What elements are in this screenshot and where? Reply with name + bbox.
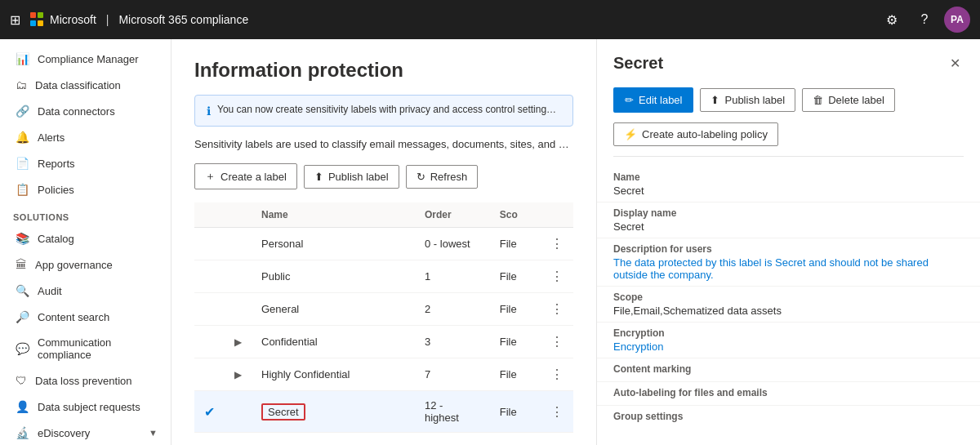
row-order-confidential: 3: [415, 326, 490, 358]
main-content: Information protection ℹ You can now cre…: [172, 39, 596, 445]
auto-label-icon: ⚡: [624, 128, 637, 140]
topbar-icons: ⚙ ? PA: [879, 7, 970, 33]
refresh-icon: ↻: [416, 171, 425, 183]
col-name: Name: [252, 202, 415, 228]
panel-field-name: Name Secret: [597, 167, 980, 202]
info-icon: ℹ: [207, 105, 211, 118]
content-area: Information protection ℹ You can now cre…: [172, 39, 980, 445]
table-row-secret[interactable]: ✔ Secret 12 - highest File ⋮: [194, 391, 573, 433]
microsoft-logo: Microsoft: [30, 12, 96, 27]
page-title: Information protection: [194, 59, 573, 82]
sidebar-item-alerts[interactable]: 🔔 Alerts: [0, 124, 171, 150]
sidebar-item-ediscovery[interactable]: 🔬 eDiscovery ▼: [0, 420, 171, 445]
panel-field-content-marking: Content marking: [597, 358, 980, 382]
sidebar-item-catalog[interactable]: 📚 Catalog: [0, 225, 171, 251]
panel-field-scope: Scope File,Email,Schematized data assets: [597, 287, 980, 323]
panel-publish-label-button[interactable]: ⬆ Publish label: [700, 88, 795, 112]
right-panel: Secret ✕ ✏ Edit label ⬆ Publish label 🗑 …: [596, 39, 980, 445]
row-more-icon[interactable]: ⋮: [550, 405, 564, 419]
panel-actions: ✏ Edit label ⬆ Publish label 🗑 Delete la…: [597, 81, 980, 122]
row-score-confidential: File: [490, 326, 541, 358]
publish-icon: ⬆: [710, 94, 719, 106]
row-name-general: General: [252, 293, 415, 326]
table-row[interactable]: ▶ Highly Confidential 7 File ⋮: [194, 358, 573, 391]
row-order-public: 1: [415, 260, 490, 293]
row-order-personal: 0 - lowest: [415, 228, 490, 260]
row-score-general: File: [490, 293, 541, 326]
sidebar-item-reports[interactable]: 📄 Reports: [0, 150, 171, 176]
panel-field-group-settings: Group settings: [597, 406, 980, 429]
sidebar: 📊 Compliance Manager 🗂 Data classificati…: [0, 39, 172, 445]
plus-icon: ＋: [205, 169, 216, 184]
info-banner: ℹ You can now create sensitivity labels …: [194, 95, 573, 127]
ediscovery-icon: 🔬: [16, 426, 29, 439]
row-order-secret: 12 - highest: [415, 391, 490, 433]
table-header-row: Name Order Sco: [194, 202, 573, 228]
publish-label-button[interactable]: ⬆ Publish label: [304, 165, 399, 189]
logo-squares: [30, 12, 45, 27]
app-governance-icon: 🏛: [16, 258, 27, 271]
row-more-icon[interactable]: ⋮: [550, 335, 564, 349]
row-score-public: File: [490, 260, 541, 293]
row-more-icon[interactable]: ⋮: [550, 237, 564, 251]
panel-field-description: Description for users The data protected…: [597, 238, 980, 287]
row-order-highly-confidential: 7: [415, 358, 490, 391]
row-more-icon[interactable]: ⋮: [550, 367, 564, 381]
sidebar-item-data-loss-prevention[interactable]: 🛡 Data loss prevention: [0, 367, 171, 394]
description-text: Sensitivity labels are used to classify …: [194, 138, 573, 150]
panel-field-display-name: Display name Secret: [597, 202, 980, 238]
reports-icon: 📄: [16, 157, 29, 170]
chevron-down-icon: ▼: [149, 428, 158, 438]
row-name-highly-confidential: Highly Confidential: [252, 358, 415, 391]
policies-icon: 📋: [16, 183, 29, 196]
col-more: [541, 202, 573, 228]
sidebar-item-content-search[interactable]: 🔎 Content search: [0, 304, 171, 330]
row-score-highly-confidential: File: [490, 358, 541, 391]
help-button[interactable]: ?: [911, 7, 938, 33]
refresh-button[interactable]: ↻ Refresh: [406, 165, 479, 189]
sidebar-item-data-subject-requests[interactable]: 👤 Data subject requests: [0, 394, 171, 420]
table-row[interactable]: General 2 File ⋮: [194, 293, 573, 326]
row-more-icon[interactable]: ⋮: [550, 302, 564, 316]
sidebar-item-app-governance[interactable]: 🏛 App governance: [0, 251, 171, 278]
table-row[interactable]: Public 1 File ⋮: [194, 260, 573, 293]
col-order: Order: [415, 202, 490, 228]
panel-field-auto-labeling: Auto-labeling for files and emails: [597, 382, 980, 406]
comm-compliance-icon: 💬: [16, 342, 29, 355]
row-name-public: Public: [252, 260, 415, 293]
panel-title: Secret: [613, 54, 663, 73]
col-expand: [225, 202, 252, 228]
panel-close-button[interactable]: ✕: [947, 52, 964, 74]
settings-button[interactable]: ⚙: [879, 7, 905, 33]
row-more-icon[interactable]: ⋮: [550, 269, 564, 283]
table-row[interactable]: Personal 0 - lowest File ⋮: [194, 228, 573, 260]
compliance-manager-icon: 📊: [16, 52, 29, 65]
create-auto-label-button[interactable]: ⚡ Create auto-labeling policy: [613, 122, 778, 146]
sidebar-item-compliance-manager[interactable]: 📊 Compliance Manager: [0, 46, 171, 72]
app-title: Microsoft 365 compliance: [118, 13, 248, 26]
solutions-section-label: Solutions: [0, 202, 171, 225]
sidebar-item-policies[interactable]: 📋 Policies: [0, 176, 171, 202]
panel-field-encryption: Encryption Encryption: [597, 323, 980, 358]
check-icon: ✔: [204, 405, 215, 419]
expand-icon[interactable]: ▶: [234, 336, 242, 348]
sidebar-item-audit[interactable]: 🔍 Audit: [0, 278, 171, 304]
data-connectors-icon: 🔗: [16, 105, 29, 118]
sidebar-item-data-connectors[interactable]: 🔗 Data connectors: [0, 98, 171, 124]
panel-secondary-actions: ⚡ Create auto-labeling policy: [597, 122, 980, 156]
edit-label-button[interactable]: ✏ Edit label: [613, 87, 693, 113]
row-order-general: 2: [415, 293, 490, 326]
catalog-icon: 📚: [16, 232, 29, 245]
expand-icon[interactable]: ▶: [234, 369, 242, 380]
grid-icon[interactable]: ⊞: [10, 12, 20, 28]
create-label-button[interactable]: ＋ Create a label: [194, 163, 297, 189]
table-row[interactable]: ▶ Confidential 3 File ⋮: [194, 326, 573, 358]
sidebar-item-communication-compliance[interactable]: 💬 Communication compliance: [0, 330, 171, 367]
avatar[interactable]: PA: [944, 7, 970, 33]
dsr-icon: 👤: [16, 400, 29, 413]
delete-label-button[interactable]: 🗑 Delete label: [802, 88, 895, 112]
sidebar-item-data-classification[interactable]: 🗂 Data classification: [0, 72, 171, 98]
data-classification-icon: 🗂: [16, 78, 27, 91]
edit-icon: ✏: [625, 94, 634, 106]
content-search-icon: 🔎: [16, 310, 29, 323]
